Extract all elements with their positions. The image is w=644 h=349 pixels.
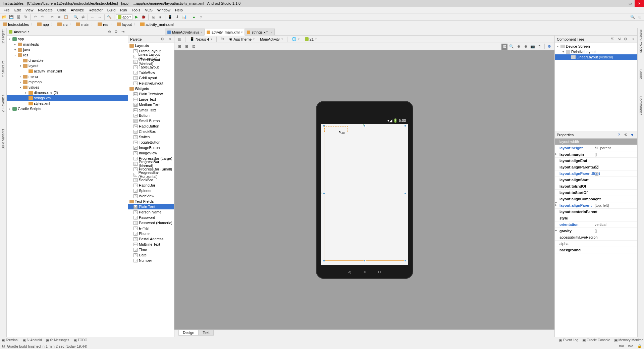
prop-layout-height[interactable]: layout:heightfill_parent [555,145,637,151]
locale-combo[interactable]: 🌐 [290,36,301,42]
palette-gridlayout[interactable]: □GridLayout [128,75,174,81]
hide-icon[interactable]: ⇥ [120,29,126,35]
crumb-1[interactable]: app [36,22,56,27]
palette-imagebutton[interactable]: OKImageButton [128,145,174,150]
close-icon[interactable]: × [271,31,272,34]
palette-number[interactable]: □Number [128,258,174,263]
prop-layout-alignparentend[interactable]: layout:alignParentEnd [555,164,637,170]
redo-icon[interactable]: ↷ [39,14,45,20]
palette-spinner[interactable]: □Spinner [128,188,174,193]
undo-icon[interactable]: ↶ [32,14,38,20]
palette-plain-text[interactable]: AbPlain Text [128,204,174,209]
palette-togglebutton[interactable]: OKToggleButton [128,140,174,145]
attach-icon[interactable]: ⎘ [150,14,156,20]
tool-0-messages[interactable]: ▣0: Messages [46,338,69,342]
forward-icon[interactable]: → [97,14,103,20]
palette-radiobutton[interactable]: OKRadioButton [128,123,174,129]
tab-mainactivity-java[interactable]: MainActivity.java× [165,29,205,35]
comp-linearlayout[interactable]: LinearLayout (vertical) [555,54,637,60]
device-combo[interactable]: 📱Nexus 4 [188,36,214,42]
palette-linearlayout-vertical-[interactable]: □LinearLayout (Vertical) [128,59,174,64]
palette-group-layouts[interactable]: Layouts [128,43,174,48]
cut-icon[interactable]: ✂ [49,14,55,20]
expand2-icon[interactable]: ⇲ [616,36,622,42]
palette-small-text[interactable]: AbSmall Text [128,107,174,113]
zoom-actual-icon[interactable]: 🔍 [508,44,515,50]
gear-icon[interactable]: ⚙ [159,36,165,42]
prop-alpha[interactable]: alpha [555,241,637,247]
back-icon[interactable]: ← [90,14,96,20]
prop-background[interactable]: background [555,247,637,253]
crumb-5[interactable]: layout [115,22,139,27]
menu-analyze[interactable]: Analyze [68,8,86,12]
prop-orientation[interactable]: orientationvertical [555,221,637,228]
minimize-button[interactable]: — [616,0,625,7]
search-icon[interactable]: 🔍 [630,14,636,20]
gutter-commander[interactable]: Commander [639,96,643,115]
zoom-in-icon[interactable]: ⊕ [516,44,522,50]
prop-gravity[interactable]: gravity▸[] [555,228,637,234]
zoom-fit-icon[interactable]: ⊡ [501,44,507,50]
theme-combo[interactable]: ◉AppTheme [227,36,256,42]
palette-password-numeric-[interactable]: □Password (Numeric) [128,220,174,226]
tree-manifests[interactable]: ▸manifests [7,42,128,47]
palette-small-button[interactable]: OKSmall Button [128,118,174,123]
menu-view[interactable]: View [23,8,36,12]
tree-gradle-scripts[interactable]: ▸Gradle Scripts [7,106,128,111]
tool-gradle-console[interactable]: ▣Gradle Console [582,338,610,342]
screenshot-icon[interactable]: 📷 [530,44,536,50]
properties-table[interactable]: layout:widthlayout:heightfill_parentlayo… [555,139,637,337]
menu-edit[interactable]: Edit [12,8,23,12]
activity-combo[interactable]: MainActivity [258,37,284,42]
tool-terminal[interactable]: ▣Terminal [1,338,18,342]
gutter-1-project[interactable]: 1: Project [1,30,5,44]
copy-icon[interactable]: ⧉ [56,14,62,20]
palette-imageview[interactable]: □ImageView [128,150,174,156]
prop-accessibilityliveregion[interactable]: accessibilityLiveRegion [555,234,637,241]
run-icon[interactable]: ▶ [133,14,140,20]
replace-icon[interactable]: ⇄ [80,14,86,20]
palette-switch[interactable]: □Switch [128,134,174,140]
tree-dimens-xml-2-[interactable]: ▸dimens.xml (2) [7,90,128,95]
close-button[interactable]: ✕ [635,0,644,7]
menu-refactor[interactable]: Refactor [86,8,105,12]
prop-layout-width[interactable]: layout:width [555,139,637,145]
run-config-selector[interactable]: app ▾ [116,14,132,20]
tree-menu[interactable]: ▸menu [7,74,128,79]
prop-style[interactable]: style [555,215,637,221]
design-tab-design[interactable]: Design [178,330,199,336]
tool-6-android[interactable]: ▣6: Android [22,338,42,342]
prop-layout-centerinparent[interactable]: layout:centerInParent [555,209,637,215]
api-combo[interactable]: 21 [303,37,318,42]
tool-todo[interactable]: ▣TODO [73,338,88,342]
menu-build[interactable]: Build [105,8,118,12]
palette-progressbar-normal-[interactable]: □ProgressBar (Normal) [128,161,174,166]
paste-icon[interactable]: 📋 [63,14,69,20]
ddms-icon[interactable]: 📊 [181,14,187,20]
settings-icon[interactable]: ⚙ [546,44,552,50]
design-tab-text[interactable]: Text [198,330,214,336]
grid-icon[interactable]: ⊞ [176,44,182,50]
crumb-0[interactable]: Instructables [1,22,36,27]
restore-icon[interactable]: ⟲ [623,132,629,138]
prop-layout-alignend[interactable]: layout:alignEnd [555,158,637,164]
gear-icon[interactable]: ⚙ [113,29,119,35]
tree-drawable[interactable]: drawable [7,58,128,63]
tree-activity_main-xml[interactable]: activity_main.xml [7,68,128,74]
prop-layout-alignparent[interactable]: layout:alignParent▸[top, left] [555,202,637,209]
maximize-button[interactable]: ▭ [625,0,635,7]
palette-list[interactable]: Layouts□FrameLayout□LinearLayout (Horizo… [128,43,174,337]
tab-strings-xml[interactable]: strings.xml× [245,29,275,35]
comp-relativelayout[interactable]: ▾RelativeLayout [555,49,637,54]
gutter-2-favorites[interactable]: 2: Favorites [1,95,5,112]
palette-large-text[interactable]: AbLarge Text [128,97,174,102]
palette-postal-address[interactable]: □Postal Address [128,236,174,242]
gutter-build-variants[interactable]: Build Variants [1,129,5,149]
prop-layout-margin[interactable]: layout:margin▸[] [555,151,637,158]
close-icon[interactable]: × [201,31,202,34]
palette-plain-textview[interactable]: AbPlain TextView [128,91,174,97]
design-canvas[interactable]: ▾◢ 🔋 5:00 [174,50,554,330]
comp-device screen[interactable]: ▾Device Screen [555,44,637,49]
prop-layout-alignstart[interactable]: layout:alignStart [555,177,637,183]
prop-layout-toendof[interactable]: layout:toEndOf [555,183,637,190]
